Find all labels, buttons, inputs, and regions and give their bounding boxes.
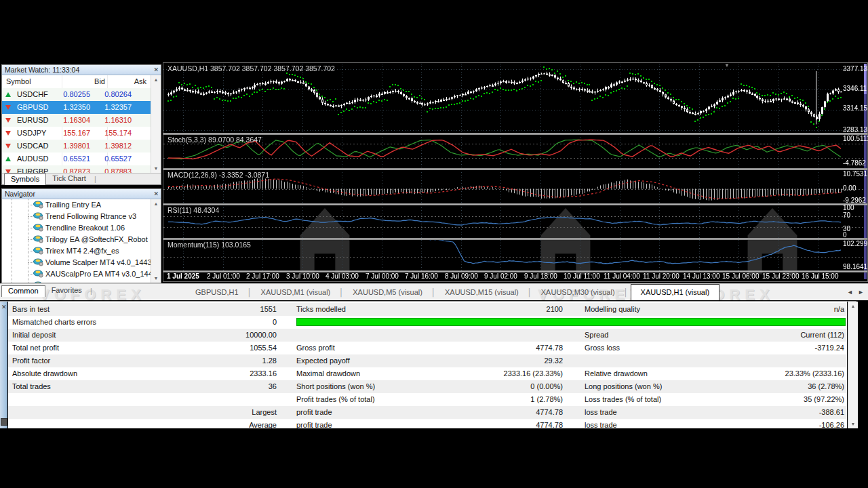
navigator-item-label: Volume Scalper MT4 v4.0_1443- [45, 258, 151, 266]
navigator-item-label: Trilogy EA @SoftechFX_Robot [45, 235, 148, 243]
report-label: Bars in test [12, 303, 50, 316]
report-value: 1055.54 [250, 342, 277, 354]
scroll-up-icon[interactable]: ▲ [151, 75, 161, 84]
navigator-item[interactable]: Trilogy EA @SoftechFX_Robot [2, 234, 151, 245]
panel-separator[interactable] [163, 133, 867, 135]
scroll-up-icon[interactable]: ▲ [151, 199, 161, 208]
navigator-item[interactable] [2, 280, 151, 283]
tab-tick-chart[interactable]: Tick Chart [46, 174, 92, 184]
scroll-up-icon[interactable]: ▲ [848, 302, 858, 310]
tabs-scroll-left-icon[interactable]: ◄ [847, 289, 853, 296]
ask-value: 1.16310 [2, 114, 132, 127]
price-axis-label: 0.00 [843, 184, 868, 192]
report-label: Ticks modelled [296, 303, 346, 316]
navigator-item[interactable]: Trailing Entry EA [2, 199, 151, 211]
report-label: loss trade [585, 419, 617, 428]
report-row: Largestprofit trade4774.78loss trade-388… [8, 406, 847, 419]
chart-tab-xauusd-m30-visual-[interactable]: XAUUSD,M30 (visual) [534, 284, 622, 300]
chart-tab-xauusd-m15-visual-[interactable]: XAUUSD,M15 (visual) [438, 284, 526, 300]
time-axis-label: 2 Jul 17:00 [246, 272, 279, 280]
market-watch-row[interactable]: EURGBP0.878730.87883 [2, 165, 161, 173]
navigator-scrollbar[interactable]: ▲ ▼ [151, 199, 161, 283]
market-watch-row[interactable]: USDJPY155.167155.174 [2, 127, 161, 140]
market-watch-rows: USDCHF0.802550.80264GBPUSD1.323501.32357… [2, 88, 161, 173]
report-scrollbar[interactable]: ▲ ▼ [848, 302, 858, 428]
report-label: loss trade [585, 406, 617, 419]
price-axis-label: 0 [843, 231, 868, 239]
close-icon[interactable]: ✕ [153, 190, 159, 198]
market-watch-row[interactable]: EURUSD1.163041.16310 [2, 114, 161, 127]
tab-favorites[interactable]: Favorites [45, 285, 88, 296]
navigator-item-label: Trailing Entry EA [45, 201, 101, 209]
navigator-item[interactable]: XAUScalpPro EA MT4 v3.0_1444 [2, 268, 151, 280]
time-axis-label: 10 Jul 11:00 [564, 272, 600, 280]
report-label: Long positions (won %) [585, 380, 662, 393]
scroll-down-icon[interactable]: ▼ [848, 420, 858, 428]
report-row: Absolute drawdown2333.16Maximal drawdown… [8, 367, 847, 380]
report-value: -388.61 [819, 406, 844, 419]
column-ask[interactable]: Ask [17, 75, 146, 88]
chart-tab-xauusd-h1-visual-[interactable]: XAUUSD,H1 (visual) [631, 284, 719, 300]
report-label: Gross loss [585, 342, 620, 354]
scroll-down-icon[interactable]: ▼ [151, 164, 161, 173]
time-axis-label: 7 Jul 00:00 [366, 272, 399, 280]
market-watch-row[interactable]: GBPUSD1.323501.32357 [2, 101, 161, 114]
report-row: Total net profit1055.54Gross profit4774.… [8, 342, 847, 354]
bottom-black-bar [0, 428, 868, 488]
price-axis-label: -4.7862 [843, 159, 868, 167]
chart-tab-xauusd-m5-visual-[interactable]: XAUUSD,M5 (visual) [346, 284, 429, 300]
report-row: Mismatched charts errors0 [8, 316, 847, 329]
chart-tab-gbpusd-h1[interactable]: GBPUSD,H1 [189, 284, 245, 300]
report-label: Expected payoff [296, 354, 350, 367]
navigator-item[interactable]: Trirex MT4 2.4@fx_es [2, 245, 151, 257]
time-axis-label: 11 Jul 04:00 [604, 272, 640, 280]
ask-value: 0.87883 [2, 165, 132, 173]
expert-advisor-icon [33, 247, 43, 257]
navigator-item[interactable]: Volume Scalper MT4 v4.0_1443- [2, 257, 151, 268]
report-value: 1 (2.78%) [530, 393, 563, 406]
expert-advisor-icon [33, 258, 43, 268]
panel-separator[interactable] [163, 203, 867, 205]
close-icon[interactable]: ✕ [1, 303, 7, 311]
market-watch-panel: Market Watch: 11:33:04 ✕ Symbol Bid Ask … [1, 64, 161, 185]
time-axis-label: 15 Jul 23:00 [762, 272, 800, 280]
report-value: 2333.16 (23.33%) [504, 367, 563, 380]
price-axis-label: 3377.13 [843, 65, 868, 73]
panel-separator[interactable] [163, 238, 867, 240]
tab-divider: │ [429, 288, 438, 296]
tester-panel-edge[interactable]: ✕ [0, 302, 7, 428]
market-watch-titlebar[interactable]: Market Watch: 11:33:04 ✕ [2, 65, 161, 75]
navigator-tree: Trailing Entry EATrend Following Rtrance… [2, 199, 151, 283]
report-label: Profit factor [12, 354, 50, 367]
market-watch-row[interactable]: AUDUSD0.655210.65527 [2, 152, 161, 165]
market-watch-row[interactable]: USDCAD1.398011.39812 [2, 140, 161, 152]
report-label: Spread [585, 329, 608, 342]
close-icon[interactable]: ✕ [153, 66, 159, 74]
ask-value: 1.39812 [2, 140, 132, 152]
report-label: profit trade [296, 406, 332, 419]
chart-tab-xauusd-m1-visual-[interactable]: XAUUSD,M1 (visual) [254, 284, 338, 300]
panel-separator[interactable] [163, 168, 867, 170]
tab-common[interactable]: Common [1, 285, 45, 297]
report-row: Total trades36Short positions (won %)0 (… [8, 380, 847, 393]
tab-symbols[interactable]: Symbols [4, 174, 46, 185]
time-axis-label: 9 Jul 02:00 [484, 272, 517, 280]
tester-mini-icon [1, 418, 7, 426]
time-axis-label: 1 Jul 2025 [167, 272, 199, 280]
market-watch-row[interactable]: USDCHF0.802550.80264 [2, 88, 161, 101]
tab-divider: │ [622, 288, 631, 296]
market-watch-scrollbar[interactable]: ▲ ▼ [151, 75, 161, 173]
tabs-scroll-right-icon[interactable]: ► [858, 289, 864, 296]
tab-divider: | [92, 174, 96, 184]
navigator-item[interactable]: Trendline Breakout 1.06 [2, 222, 151, 234]
report-label: Maximal drawdown [296, 367, 360, 380]
navigator-item[interactable]: Trend Following Rtrance v3 [2, 211, 151, 222]
price-axis-label: 3346.11 [843, 85, 868, 92]
indicator-label-macd: MACD(12,26,9) -3.3352 -3.0871 [167, 171, 269, 179]
report-value: 4774.78 [536, 406, 563, 419]
navigator-title: Navigator [5, 190, 35, 198]
time-axis-label: 14 Jul 13:00 [683, 272, 720, 280]
report-value: 0 (0.00%) [530, 380, 563, 393]
navigator-titlebar[interactable]: Navigator ✕ [2, 189, 161, 199]
scroll-down-icon[interactable]: ▼ [151, 274, 161, 283]
